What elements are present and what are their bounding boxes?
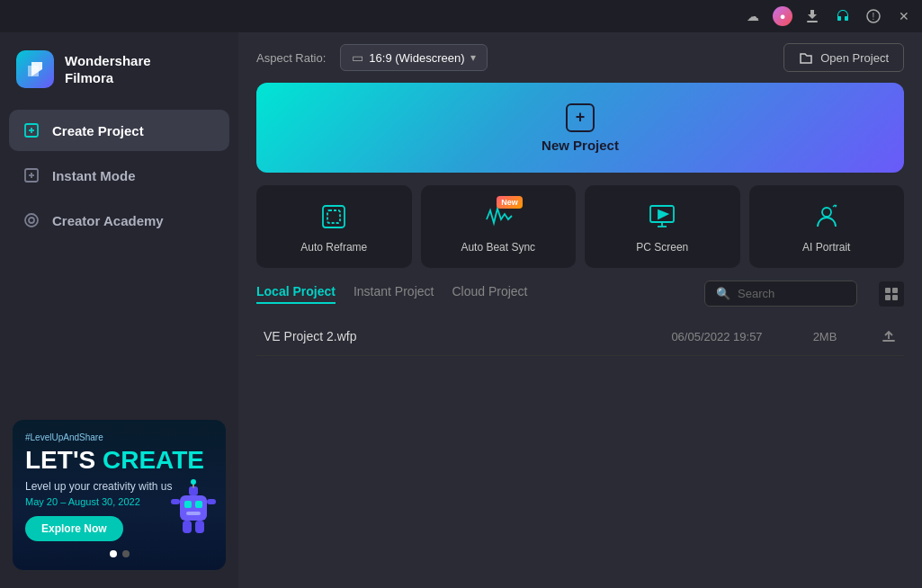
banner-title-create: CREATE: [103, 446, 204, 474]
upload-icon: [881, 328, 897, 344]
sidebar-nav: Create Project Instant Mode: [0, 110, 238, 241]
aspect-ratio-select[interactable]: ▭ 16:9 (Widescreen) ▾: [340, 44, 487, 71]
top-bar: Aspect Ratio: ▭ 16:9 (Widescreen) ▾ Open…: [238, 32, 922, 83]
new-project-banner[interactable]: + New Project: [256, 83, 904, 173]
action-pc-screen-label: PC Screen: [636, 241, 688, 254]
aspect-ratio-label: Aspect Ratio:: [256, 51, 326, 65]
action-card-ai-portrait[interactable]: AI Portrait: [749, 185, 905, 268]
download-icon[interactable]: [801, 5, 823, 27]
action-auto-reframe-label: Auto Reframe: [300, 241, 367, 254]
svg-point-19: [191, 479, 196, 485]
svg-rect-23: [195, 521, 204, 533]
open-project-button[interactable]: Open Project: [783, 43, 904, 72]
auto-reframe-icon: [317, 200, 351, 234]
ai-portrait-icon: [810, 200, 844, 234]
creator-academy-icon: [22, 210, 41, 230]
projects-tabs: Local Project Instant Project Cloud Proj…: [256, 284, 527, 304]
sidebar-creator-academy-label: Creator Academy: [52, 213, 164, 228]
table-row[interactable]: VE Project 2.wfp 06/05/2022 19:57 2MB: [256, 317, 904, 356]
aspect-ratio-icon: ▭: [352, 50, 363, 65]
svg-rect-20: [171, 499, 180, 504]
action-ai-portrait-label: AI Portrait: [802, 241, 850, 254]
alert-icon[interactable]: !: [863, 5, 884, 27]
svg-rect-34: [892, 295, 898, 300]
svg-rect-21: [207, 499, 216, 504]
svg-marker-4: [28, 66, 39, 76]
sidebar-logo: Wondershare Filmora: [0, 32, 238, 110]
explore-now-button[interactable]: Explore Now: [25, 516, 123, 541]
app-logo-icon: [16, 50, 54, 88]
project-list: VE Project 2.wfp 06/05/2022 19:57 2MB: [256, 317, 904, 588]
banner-title: LET'S CREATE: [25, 448, 213, 473]
svg-rect-13: [180, 495, 207, 521]
sidebar-instant-mode-label: Instant Mode: [52, 168, 136, 183]
headphones-icon[interactable]: [832, 5, 854, 27]
folder-icon: [799, 50, 813, 65]
svg-rect-16: [186, 512, 201, 515]
tab-local-project[interactable]: Local Project: [256, 284, 336, 304]
project-upload-icon[interactable]: [861, 328, 897, 344]
pc-screen-icon: [645, 200, 679, 234]
sidebar-banner: #LevelUpAndShare LET'S CREATE Level up y…: [13, 420, 226, 570]
svg-point-12: [29, 218, 34, 223]
svg-marker-29: [658, 210, 667, 218]
sidebar-item-creator-academy[interactable]: Creator Academy: [9, 200, 229, 241]
title-bar: ☁ ● ! ✕: [0, 0, 922, 32]
sidebar-create-project-label: Create Project: [52, 123, 144, 138]
new-project-plus-icon: +: [566, 103, 595, 132]
auto-beat-sync-icon: New: [481, 200, 515, 234]
quick-actions: Auto Reframe New Auto Beat Sync: [238, 185, 922, 281]
banner-dots: [25, 550, 213, 557]
tab-instant-project[interactable]: Instant Project: [354, 284, 434, 304]
projects-search-box[interactable]: 🔍 Search: [704, 281, 857, 307]
sidebar-item-instant-mode[interactable]: Instant Mode: [9, 155, 229, 196]
search-placeholder: Search: [738, 287, 774, 300]
svg-rect-0: [807, 21, 818, 22]
instant-mode-icon: [22, 165, 41, 185]
robot-illustration: [166, 477, 220, 545]
banner-dot-2[interactable]: [122, 550, 130, 557]
projects-section: Local Project Instant Project Cloud Proj…: [238, 281, 922, 588]
action-card-auto-reframe[interactable]: Auto Reframe: [256, 185, 412, 268]
app-name-top: Wondershare: [65, 52, 151, 70]
svg-rect-22: [183, 521, 192, 533]
new-badge: New: [497, 196, 523, 209]
new-project-label: New Project: [542, 138, 619, 153]
svg-rect-31: [885, 288, 891, 293]
content-area: Aspect Ratio: ▭ 16:9 (Widescreen) ▾ Open…: [238, 32, 922, 588]
svg-rect-32: [892, 288, 898, 293]
action-card-pc-screen[interactable]: PC Screen: [585, 185, 740, 268]
user-avatar-icon[interactable]: ●: [773, 6, 792, 26]
action-card-auto-beat-sync[interactable]: New Auto Beat Sync: [421, 185, 577, 268]
svg-point-11: [25, 214, 38, 227]
svg-rect-24: [323, 206, 345, 227]
grid-icon: [885, 288, 898, 300]
search-icon: 🔍: [716, 287, 730, 300]
grid-view-button[interactable]: [879, 281, 904, 307]
app-name: Wondershare Filmora: [65, 52, 151, 87]
projects-header: Local Project Instant Project Cloud Proj…: [256, 281, 904, 307]
svg-rect-15: [195, 501, 202, 508]
sidebar-item-create-project[interactable]: Create Project: [9, 110, 229, 151]
svg-text:!: !: [873, 12, 875, 22]
banner-title-lets: LET'S: [25, 446, 103, 474]
action-auto-beat-sync-label: Auto Beat Sync: [461, 241, 535, 254]
banner-dot-1[interactable]: [110, 550, 117, 557]
project-size: 2MB: [789, 330, 861, 343]
aspect-ratio-chevron: ▾: [470, 51, 476, 64]
create-project-icon: [22, 120, 41, 140]
svg-rect-33: [885, 295, 891, 300]
aspect-ratio-value: 16:9 (Widescreen): [369, 51, 464, 65]
svg-rect-14: [184, 501, 192, 508]
project-date: 06/05/2022 19:57: [645, 330, 789, 343]
svg-rect-25: [327, 210, 340, 223]
project-name: VE Project 2.wfp: [264, 329, 645, 343]
cloud-icon[interactable]: ☁: [742, 5, 764, 27]
banner-tag: #LevelUpAndShare: [25, 432, 213, 442]
app-name-bottom: Filmora: [65, 69, 151, 87]
svg-point-30: [822, 208, 831, 217]
sidebar: Wondershare Filmora Create Project: [0, 32, 238, 588]
open-project-label: Open Project: [820, 51, 889, 65]
tab-cloud-project[interactable]: Cloud Project: [452, 284, 527, 304]
close-icon[interactable]: ✕: [893, 5, 915, 27]
